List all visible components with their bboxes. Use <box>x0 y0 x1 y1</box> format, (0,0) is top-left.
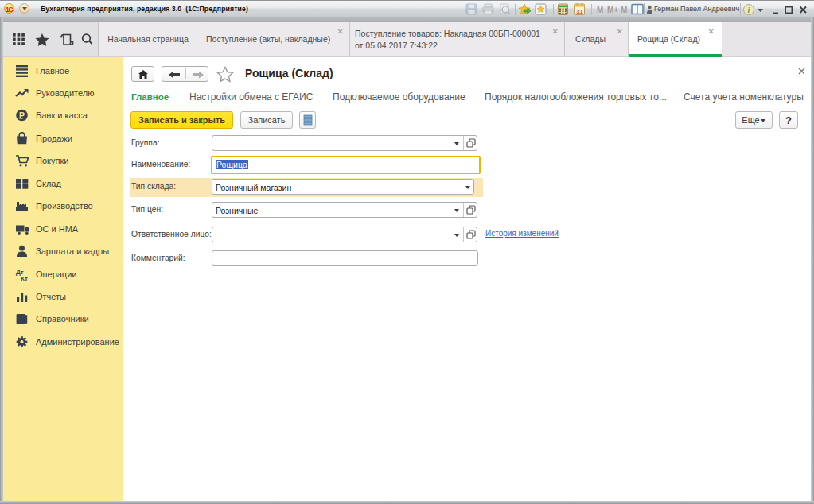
svg-text:31: 31 <box>576 8 582 15</box>
svg-text:M+: M+ <box>607 6 618 14</box>
svg-text:i: i <box>748 6 750 14</box>
svg-text:Кт: Кт <box>21 274 28 281</box>
svg-text:M: M <box>597 6 603 14</box>
